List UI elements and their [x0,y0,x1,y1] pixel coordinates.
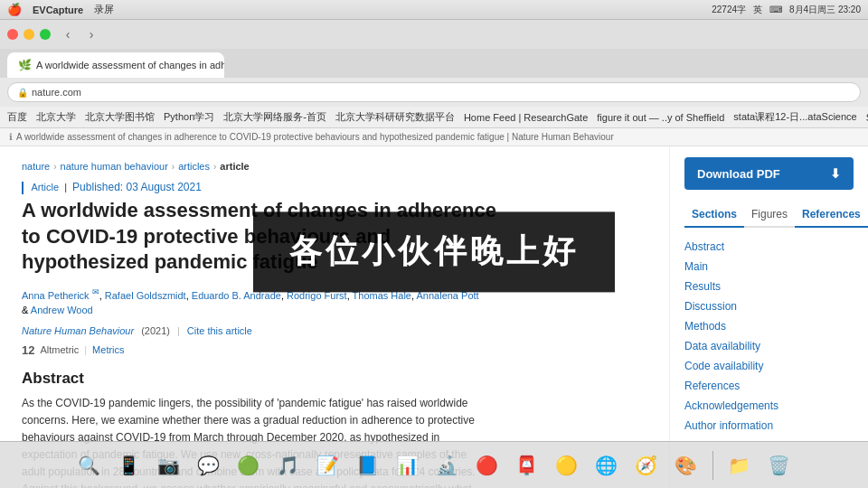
macos-menubar: 🍎 EVCapture 录屏 22724字 英 ⌨ 8月4日周三 23:20 [0,0,868,20]
tab-sections[interactable]: Sections [684,202,744,228]
nav-link-main[interactable]: Main [684,258,854,275]
article-type-label: Article [31,182,59,192]
dock-safari[interactable]: 🧭 [629,448,664,483]
breadcrumb-article: article [220,161,249,172]
nav-link-author-info[interactable]: Author information [684,418,854,434]
dock-word[interactable]: 📘 [351,448,385,483]
bookmark-baidu[interactable]: 百度 [7,110,27,124]
nav-link-acknowledgements[interactable]: Acknowledgements [684,398,854,414]
dock-files[interactable]: 📁 [722,448,757,483]
back-button[interactable]: ‹ [58,24,78,44]
author-wood[interactable]: Andrew Wood [31,305,93,315]
download-pdf-label: Download PDF [697,167,780,181]
label-bar [22,182,24,194]
info-icon: ℹ [9,132,13,142]
author-furst[interactable]: Rodrigo Furst [287,290,347,301]
altmetric-score: 12 [22,343,34,357]
nav-link-results[interactable]: Results [684,278,854,295]
tab-title: A worldwide assessment of changes in adh… [36,60,224,70]
forward-button[interactable]: › [81,24,101,44]
bookmark-sheffield[interactable]: figure it out — ..y of Sheffield [597,112,724,123]
breadcrumb-nhb[interactable]: nature human behaviour [61,161,168,172]
bookmark-python[interactable]: Python学习 [164,110,214,124]
bookmark-pku-library[interactable]: 北京大学图书馆 [85,110,155,124]
bookmark-pku-research[interactable]: 北京大学科研研究数据平台 [335,110,455,124]
author-andrade[interactable]: Eduardo B. Andrade [192,290,281,301]
article-main: nature › nature human behaviour › articl… [0,146,669,488]
nav-link-discussion[interactable]: Discussion [684,298,854,314]
bookmark-pku[interactable]: 北京大学 [36,110,76,124]
publication-year: (2021) [141,325,170,336]
tab-references[interactable]: References [795,202,868,228]
article-title: A worldwide assessment of changes in adh… [22,198,510,276]
input-lang: 英 [753,4,762,16]
breadcrumb-articles[interactable]: articles [178,161,210,172]
nav-link-data-availability[interactable]: Data availability [684,338,854,354]
dock-separator [712,451,713,480]
menu-item-record[interactable]: 录屏 [94,3,114,16]
breadcrumb-nature[interactable]: nature [22,161,50,172]
nav-link-references[interactable]: References [684,378,854,394]
dock-wechat[interactable]: 🟢 [231,448,266,483]
sections-nav-links: Abstract Main Results Discussion Methods… [684,239,854,434]
apple-logo-icon[interactable]: 🍎 [7,3,22,16]
dock-r[interactable]: 📊 [391,448,425,483]
download-pdf-button[interactable]: Download PDF ⬇ [684,157,854,190]
nav-link-methods[interactable]: Methods [684,318,854,334]
breadcrumb-sep-1: › [53,162,56,172]
altmetric-label: Altmetric [40,344,79,355]
dock-trash[interactable]: 🗑️ [762,448,797,483]
keyboard-icon: ⌨ [769,5,782,14]
browser-titlebar: ‹ › [0,20,868,49]
tab-bar: 🌿 A worldwide assessment of changes in a… [0,49,868,78]
author-petherick[interactable]: Anna Petherick [22,290,90,301]
author-hale[interactable]: Thomas Hale [353,290,411,301]
dock-mendeley[interactable]: 🔬 [430,448,465,483]
active-tab[interactable]: 🌿 A worldwide assessment of changes in a… [7,52,224,78]
char-count: 22724字 [712,4,746,16]
notification-text: A worldwide assessment of changes in adh… [16,132,614,142]
minimize-button[interactable] [24,29,34,40]
breadcrumb-sep-3: › [213,162,216,172]
notification-bar: ℹ A worldwide assessment of changes in a… [0,128,868,146]
dock-photos[interactable]: 📷 [152,448,186,483]
sections-nav: Sections Figures References [684,202,854,228]
tab-figures[interactable]: Figures [744,202,795,228]
publication-date: Published: 03 August 2021 [72,181,202,193]
address-bar[interactable]: 🔒 nature.com [7,82,861,102]
dock-chrome[interactable]: 🌐 [590,448,624,483]
article-sidebar: Download PDF ⬇ Sections Figures Referenc… [669,146,868,488]
author-goldszmidt[interactable]: Rafael Goldszmidt [105,290,186,301]
bookmark-researchgate[interactable]: Home Feed | ResearchGate [464,112,588,123]
page-content: nature › nature human behaviour › articl… [0,146,868,488]
close-button[interactable] [7,29,18,40]
metrics-link[interactable]: Metrics [92,344,124,355]
dock-zotero[interactable]: 🔴 [470,448,505,483]
maximize-button[interactable] [40,29,51,40]
dock-mplus[interactable]: 🟡 [550,448,584,483]
dock-mendeley2[interactable]: 📮 [510,448,544,483]
author-pott[interactable]: Annalena Pott [417,290,479,301]
journal-line: Nature Human Behaviour (2021) | Cite thi… [22,325,647,336]
dock-notes[interactable]: 📝 [311,448,345,483]
authors-list: Anna Petherick ✉, Rafael Goldszmidt, Edu… [22,286,492,318]
nav-link-abstract[interactable]: Abstract [684,239,854,255]
dock-launchpad[interactable]: 📱 [112,448,146,483]
dock-messages[interactable]: 💬 [192,448,226,483]
traffic-lights [7,29,51,40]
abstract-heading: Abstract [22,370,647,388]
download-icon: ⬇ [830,166,841,181]
article-label-line: Article | Published: 03 August 2021 [22,181,647,194]
cite-article-link[interactable]: Cite this article [187,325,252,336]
correspondence-icon: ✉ [92,287,99,296]
dock-sketch[interactable]: 🎨 [669,448,703,483]
tab-favicon: 🌿 [18,59,31,71]
journal-name[interactable]: Nature Human Behaviour [22,325,134,336]
url-text: nature.com [32,87,81,98]
bookmark-stata[interactable]: stata课程12-日...ataScience [733,110,856,124]
nav-link-code-availability[interactable]: Code availability [684,358,854,374]
dock-music[interactable]: 🎵 [271,448,306,483]
dock-finder[interactable]: 🔍 [72,448,107,483]
bookmark-pku-net[interactable]: 北京大学网络服务-首页 [223,110,326,124]
datetime: 8月4日周三 23:20 [789,4,861,16]
